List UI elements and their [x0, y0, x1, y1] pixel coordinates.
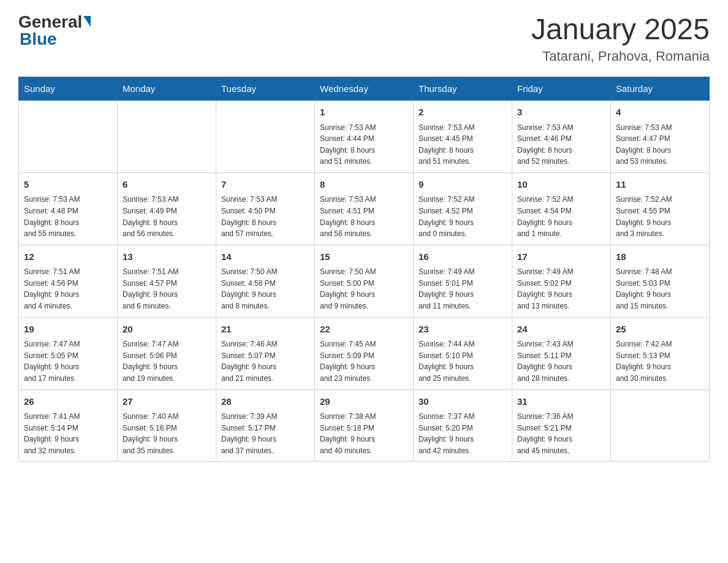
day-number: 28 [221, 395, 309, 409]
calendar-cell-w5-d4: 29Sunrise: 7:38 AMSunset: 5:18 PMDayligh… [315, 389, 414, 462]
day-number: 20 [123, 323, 211, 337]
day-info: Sunrise: 7:52 AMSunset: 4:54 PMDaylight:… [517, 194, 605, 239]
calendar-cell-w1-d5: 2Sunrise: 7:53 AMSunset: 4:45 PMDaylight… [414, 101, 512, 173]
day-number: 19 [24, 323, 112, 337]
day-info: Sunrise: 7:37 AMSunset: 5:20 PMDaylight:… [419, 411, 507, 456]
calendar-cell-w2-d4: 8Sunrise: 7:53 AMSunset: 4:51 PMDaylight… [315, 172, 414, 245]
day-info: Sunrise: 7:36 AMSunset: 5:21 PMDaylight:… [517, 411, 605, 456]
day-number: 12 [24, 250, 112, 264]
day-info: Sunrise: 7:50 AMSunset: 5:00 PMDaylight:… [320, 266, 408, 312]
calendar-cell-w4-d2: 20Sunrise: 7:47 AMSunset: 5:06 PMDayligh… [118, 317, 216, 389]
day-info: Sunrise: 7:52 AMSunset: 4:52 PMDaylight:… [419, 194, 507, 239]
calendar-cell-w3-d5: 16Sunrise: 7:49 AMSunset: 5:01 PMDayligh… [414, 245, 512, 317]
day-number: 10 [517, 178, 605, 192]
day-info: Sunrise: 7:42 AMSunset: 5:13 PMDaylight:… [616, 339, 704, 384]
day-info: Sunrise: 7:53 AMSunset: 4:45 PMDaylight:… [419, 122, 507, 167]
logo-blue-text: Blue [18, 29, 57, 49]
calendar-week-3: 12Sunrise: 7:51 AMSunset: 4:56 PMDayligh… [19, 245, 710, 317]
month-title: January 2025 [531, 12, 710, 46]
calendar-header-row: Sunday Monday Tuesday Wednesday Thursday… [19, 77, 710, 101]
header-friday: Friday [512, 77, 611, 101]
calendar-cell-w3-d6: 17Sunrise: 7:49 AMSunset: 5:02 PMDayligh… [512, 245, 611, 317]
day-number: 6 [123, 178, 211, 192]
day-info: Sunrise: 7:51 AMSunset: 4:57 PMDaylight:… [123, 266, 211, 312]
calendar-cell-w1-d1 [19, 101, 118, 173]
header-thursday: Thursday [414, 77, 512, 101]
calendar-cell-w1-d4: 1Sunrise: 7:53 AMSunset: 4:44 PMDaylight… [315, 101, 414, 173]
day-number: 15 [320, 250, 408, 264]
day-info: Sunrise: 7:49 AMSunset: 5:02 PMDaylight:… [517, 266, 605, 312]
day-number: 27 [123, 395, 211, 409]
calendar-cell-w2-d2: 6Sunrise: 7:53 AMSunset: 4:49 PMDaylight… [118, 172, 216, 245]
day-info: Sunrise: 7:51 AMSunset: 4:56 PMDaylight:… [24, 266, 112, 312]
day-info: Sunrise: 7:53 AMSunset: 4:49 PMDaylight:… [123, 194, 211, 239]
calendar-week-5: 26Sunrise: 7:41 AMSunset: 5:14 PMDayligh… [19, 389, 710, 462]
header-wednesday: Wednesday [315, 77, 414, 101]
calendar-week-2: 5Sunrise: 7:53 AMSunset: 4:48 PMDaylight… [19, 172, 710, 245]
calendar-cell-w4-d3: 21Sunrise: 7:46 AMSunset: 5:07 PMDayligh… [216, 317, 315, 389]
calendar-cell-w3-d2: 13Sunrise: 7:51 AMSunset: 4:57 PMDayligh… [118, 245, 216, 317]
day-info: Sunrise: 7:43 AMSunset: 5:11 PMDaylight:… [517, 339, 605, 384]
calendar-cell-w3-d3: 14Sunrise: 7:50 AMSunset: 4:58 PMDayligh… [216, 245, 315, 317]
calendar-cell-w2-d6: 10Sunrise: 7:52 AMSunset: 4:54 PMDayligh… [512, 172, 611, 245]
day-number: 30 [419, 395, 507, 409]
calendar-cell-w1-d6: 3Sunrise: 7:53 AMSunset: 4:46 PMDaylight… [512, 101, 611, 173]
day-number: 2 [419, 105, 507, 120]
calendar-week-1: 1Sunrise: 7:53 AMSunset: 4:44 PMDaylight… [19, 101, 710, 173]
day-number: 5 [24, 178, 112, 192]
day-number: 11 [616, 178, 704, 192]
calendar-cell-w3-d4: 15Sunrise: 7:50 AMSunset: 5:00 PMDayligh… [315, 245, 414, 317]
day-number: 24 [517, 323, 605, 337]
calendar-cell-w5-d5: 30Sunrise: 7:37 AMSunset: 5:20 PMDayligh… [414, 389, 512, 462]
calendar-cell-w4-d4: 22Sunrise: 7:45 AMSunset: 5:09 PMDayligh… [315, 317, 414, 389]
day-info: Sunrise: 7:44 AMSunset: 5:10 PMDaylight:… [419, 339, 507, 384]
day-number: 31 [517, 395, 605, 409]
location-title: Tatarani, Prahova, Romania [531, 48, 710, 64]
day-info: Sunrise: 7:40 AMSunset: 5:16 PMDaylight:… [123, 411, 211, 456]
day-number: 3 [517, 105, 605, 120]
calendar-cell-w2-d5: 9Sunrise: 7:52 AMSunset: 4:52 PMDaylight… [414, 172, 512, 245]
day-info: Sunrise: 7:41 AMSunset: 5:14 PMDaylight:… [24, 411, 112, 456]
header-monday: Monday [118, 77, 216, 101]
day-number: 25 [616, 323, 704, 337]
day-info: Sunrise: 7:47 AMSunset: 5:05 PMDaylight:… [24, 339, 112, 384]
day-info: Sunrise: 7:45 AMSunset: 5:09 PMDaylight:… [320, 339, 408, 384]
day-info: Sunrise: 7:38 AMSunset: 5:18 PMDaylight:… [320, 411, 408, 456]
day-number: 13 [123, 250, 211, 264]
day-info: Sunrise: 7:53 AMSunset: 4:47 PMDaylight:… [616, 122, 704, 167]
calendar-cell-w5-d6: 31Sunrise: 7:36 AMSunset: 5:21 PMDayligh… [512, 389, 611, 462]
calendar-cell-w3-d1: 12Sunrise: 7:51 AMSunset: 4:56 PMDayligh… [19, 245, 118, 317]
calendar-cell-w5-d1: 26Sunrise: 7:41 AMSunset: 5:14 PMDayligh… [19, 389, 118, 462]
title-section: January 2025 Tatarani, Prahova, Romania [531, 12, 710, 64]
day-number: 7 [221, 178, 309, 192]
calendar-week-4: 19Sunrise: 7:47 AMSunset: 5:05 PMDayligh… [19, 317, 710, 389]
day-number: 16 [419, 250, 507, 264]
day-number: 29 [320, 395, 408, 409]
calendar-cell-w4-d7: 25Sunrise: 7:42 AMSunset: 5:13 PMDayligh… [611, 317, 710, 389]
calendar-cell-w5-d3: 28Sunrise: 7:39 AMSunset: 5:17 PMDayligh… [216, 389, 315, 462]
logo: General Blue [18, 12, 91, 49]
calendar-cell-w5-d7 [611, 389, 710, 462]
day-number: 18 [616, 250, 704, 264]
calendar-cell-w2-d3: 7Sunrise: 7:53 AMSunset: 4:50 PMDaylight… [216, 172, 315, 245]
day-info: Sunrise: 7:53 AMSunset: 4:50 PMDaylight:… [221, 194, 309, 239]
day-info: Sunrise: 7:53 AMSunset: 4:51 PMDaylight:… [320, 194, 408, 239]
day-info: Sunrise: 7:53 AMSunset: 4:44 PMDaylight:… [320, 122, 408, 167]
header-sunday: Sunday [19, 77, 118, 101]
day-info: Sunrise: 7:49 AMSunset: 5:01 PMDaylight:… [419, 266, 507, 312]
day-info: Sunrise: 7:53 AMSunset: 4:46 PMDaylight:… [517, 122, 605, 167]
day-info: Sunrise: 7:50 AMSunset: 4:58 PMDaylight:… [221, 266, 309, 312]
calendar-cell-w4-d1: 19Sunrise: 7:47 AMSunset: 5:05 PMDayligh… [19, 317, 118, 389]
calendar-cell-w2-d1: 5Sunrise: 7:53 AMSunset: 4:48 PMDaylight… [19, 172, 118, 245]
calendar-cell-w4-d5: 23Sunrise: 7:44 AMSunset: 5:10 PMDayligh… [414, 317, 512, 389]
day-number: 17 [517, 250, 605, 264]
calendar-cell-w4-d6: 24Sunrise: 7:43 AMSunset: 5:11 PMDayligh… [512, 317, 611, 389]
header-tuesday: Tuesday [216, 77, 315, 101]
calendar-cell-w1-d2 [118, 101, 216, 173]
day-info: Sunrise: 7:53 AMSunset: 4:48 PMDaylight:… [24, 194, 112, 239]
day-number: 14 [221, 250, 309, 264]
day-number: 23 [419, 323, 507, 337]
calendar-cell-w1-d7: 4Sunrise: 7:53 AMSunset: 4:47 PMDaylight… [611, 101, 710, 173]
calendar-cell-w2-d7: 11Sunrise: 7:52 AMSunset: 4:55 PMDayligh… [611, 172, 710, 245]
day-info: Sunrise: 7:39 AMSunset: 5:17 PMDaylight:… [221, 411, 309, 456]
